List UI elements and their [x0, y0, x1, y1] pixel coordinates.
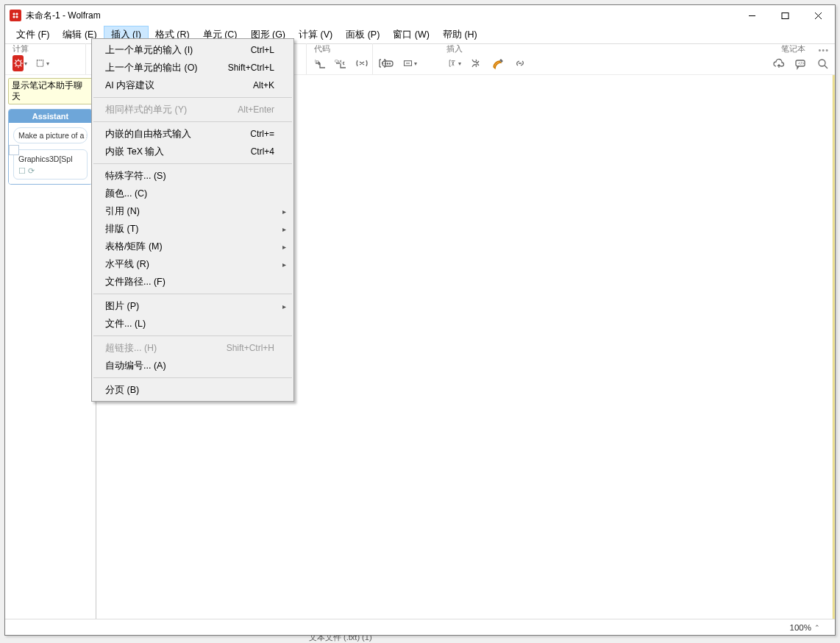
menu-item: 相同样式的单元 (Y)Alt+Enter — [92, 101, 293, 118]
toolbar-group-code-label2 — [377, 43, 435, 54]
sidebar: 显示笔记本助手聊天 Assistant Make a picture of a … — [5, 75, 96, 619]
maximize-button[interactable] — [769, 5, 802, 26]
svg-point-6 — [385, 63, 385, 64]
svg-rect-0 — [782, 13, 789, 18]
menu-item[interactable]: 引用 (N)▸ — [92, 202, 293, 220]
uniconize-icon[interactable]: ▾ — [402, 56, 417, 71]
toolbar-group-notebook-label: 笔记本 — [781, 44, 830, 54]
menu-item[interactable]: 文件... (L) — [92, 315, 293, 333]
menu-item[interactable]: 内嵌 TeX 输入Ctrl+4 — [92, 143, 293, 160]
menu-item[interactable]: AI 内容建议Alt+K — [92, 77, 293, 94]
window-title: 未命名-1 - Wolfram — [26, 10, 736, 22]
minimize-button[interactable] — [736, 5, 769, 26]
titlebar: 未命名-1 - Wolfram — [5, 5, 835, 26]
menu-palettes[interactable]: 面板 (P) — [339, 26, 386, 43]
statusbar: 100% ⌃ — [5, 619, 835, 635]
search-icon[interactable] — [816, 57, 830, 71]
insert-drawing-icon[interactable] — [491, 56, 505, 71]
menu-item[interactable]: 排版 (T)▸ — [92, 220, 293, 238]
abort-button[interactable]: ▾ — [35, 56, 49, 71]
svg-point-8 — [389, 63, 390, 64]
svg-text:In: In — [315, 59, 318, 63]
in-bracket-icon[interactable]: In — [314, 56, 327, 71]
menu-item[interactable]: 上一个单元的输出 (O)Shift+Ctrl+L — [92, 59, 293, 77]
cell-bracket-strip[interactable] — [833, 75, 835, 619]
iconize-icon[interactable] — [380, 56, 395, 71]
menu-evaluation[interactable]: 计算 (V) — [292, 26, 339, 43]
menu-window[interactable]: 窗口 (W) — [386, 26, 436, 43]
cell-bracket-icon — [9, 145, 19, 155]
assistant-card-header: Assistant — [9, 110, 92, 123]
evaluate-button[interactable]: ▾ — [13, 56, 27, 71]
insert-menu-dropdown: 上一个单元的输入 (I)Ctrl+L上一个单元的输出 (O)Shift+Ctrl… — [91, 38, 294, 402]
insert-math-icon[interactable]: ▾ — [446, 56, 461, 71]
menu-item[interactable]: 文件路径... (F) — [92, 273, 293, 291]
menu-item[interactable]: 表格/矩阵 (M)▸ — [92, 238, 293, 255]
app-logo-icon — [10, 10, 21, 21]
zoom-level[interactable]: 100% — [790, 623, 811, 632]
toolbar-group-insert-label: 插入 — [444, 43, 560, 54]
insert-special-char-icon[interactable] — [469, 56, 483, 71]
svg-rect-2 — [37, 60, 43, 66]
menu-item[interactable]: 上一个单元的输入 (I)Ctrl+L — [92, 41, 293, 59]
menu-item: 超链接... (H)Shift+Ctrl+H — [92, 339, 293, 357]
toolbar-group-code-label: 代码 — [311, 43, 368, 54]
assistant-card[interactable]: Assistant Make a picture of a s Graphics… — [8, 109, 93, 185]
svg-text:Out: Out — [335, 59, 342, 63]
svg-text:</>: </> — [798, 61, 805, 65]
assistant-code-preview: Graphics3D[Spl ☐ ⟳ — [13, 149, 88, 180]
assistant-mini-icons: ☐ ⟳ — [18, 166, 82, 176]
svg-point-12 — [819, 60, 825, 66]
assistant-prompt-text: Make a picture of a s — [13, 127, 88, 143]
assistant-tooltip: 显示笔记本助手聊天 — [8, 78, 93, 104]
svg-point-7 — [387, 63, 388, 64]
menu-item[interactable]: 内嵌的自由格式输入Ctrl+= — [92, 125, 293, 143]
menu-item[interactable]: 水平线 (R)▸ — [92, 255, 293, 273]
menu-item[interactable]: 自动编号... (A) — [92, 357, 293, 374]
menu-item[interactable]: 图片 (P)▸ — [92, 297, 293, 315]
menu-help[interactable]: 帮助 (H) — [436, 26, 484, 43]
comment-icon[interactable] — [355, 56, 369, 71]
menu-item[interactable]: 颜色... (C) — [92, 185, 293, 202]
close-button[interactable] — [802, 5, 835, 26]
toolbar-group-calc-label: 计算 — [10, 43, 81, 54]
cloud-upload-icon[interactable] — [772, 57, 786, 71]
chat-icon[interactable]: </> — [794, 57, 808, 71]
menu-file[interactable]: 文件 (F) — [10, 26, 56, 43]
menu-item[interactable]: 特殊字符... (S) — [92, 167, 293, 185]
svg-point-1 — [15, 61, 21, 66]
zoom-chevron-icon[interactable]: ⌃ — [814, 624, 820, 631]
insert-hyperlink-icon[interactable] — [513, 56, 527, 71]
menu-item[interactable]: 分页 (B) — [92, 381, 293, 399]
out-bracket-icon[interactable]: Out — [335, 56, 348, 71]
